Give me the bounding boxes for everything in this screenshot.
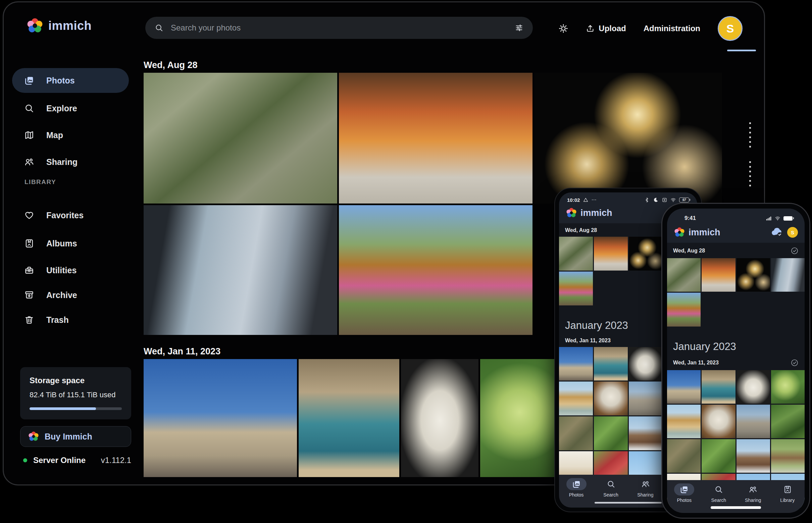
sidebar-item-favorites[interactable]: Favorites — [12, 206, 129, 224]
home-indicator[interactable] — [711, 506, 761, 509]
sidebar-item-archive[interactable]: Archive — [12, 286, 129, 304]
administration-link[interactable]: Administration — [643, 24, 700, 33]
buy-immich-button[interactable]: Buy Immich — [20, 426, 131, 447]
photo-autumn-path[interactable] — [339, 205, 533, 335]
cloud-backup-icon — [726, 465, 733, 471]
people-icon — [636, 478, 656, 490]
nav-tab[interactable]: Search — [595, 478, 627, 498]
nav-tab[interactable]: Photos — [668, 484, 700, 503]
nav-tab[interactable]: Sharing — [629, 478, 662, 498]
wifi-icon — [670, 197, 676, 203]
backup-cloud-check-icon[interactable] — [771, 227, 784, 238]
photos_active-icon — [566, 478, 587, 490]
cloud-backup-icon — [795, 465, 802, 471]
info-icon[interactable] — [111, 158, 120, 166]
thumb-stone-ruin[interactable] — [737, 405, 770, 438]
thumb-stone-ruin[interactable] — [629, 381, 663, 415]
cloud-backup-icon — [726, 396, 733, 402]
thumb-stone-sculpture[interactable] — [594, 381, 628, 415]
cloud-backup-icon — [653, 373, 660, 379]
info-icon[interactable] — [111, 291, 120, 300]
cloud-backup-icon — [618, 408, 626, 414]
thumb-fortress[interactable] — [667, 370, 701, 404]
sidebar-item-map[interactable]: Map — [12, 126, 129, 144]
thumb-zoo-monkeys[interactable] — [667, 258, 701, 292]
thumb-winter-church[interactable] — [629, 416, 663, 450]
phone-screen: 9:41 immich S Wed, Aug 28 — [667, 209, 805, 513]
thumb-fortress[interactable] — [559, 347, 593, 381]
thumb-marble-bust[interactable] — [629, 347, 663, 381]
thumb-lizard-rocks[interactable] — [667, 439, 701, 473]
thumb-coastal-town[interactable] — [702, 370, 735, 404]
storage-progress-bar — [30, 407, 122, 410]
thumb-green-foliage[interactable] — [771, 405, 805, 438]
thumb-lizard-rocks[interactable] — [559, 416, 593, 450]
thumb-beach-cliff[interactable] — [667, 405, 701, 438]
info-icon[interactable] — [111, 211, 120, 220]
nav-tab[interactable]: Photos — [560, 478, 592, 498]
nav-tab[interactable]: Sharing — [737, 484, 769, 503]
iphone-mockup: 9:41 immich S Wed, Aug 28 — [662, 203, 810, 518]
thumb-stone-sculpture[interactable] — [702, 405, 735, 438]
theme-toggle-sun-icon[interactable] — [558, 23, 568, 34]
thumb-dinner-table[interactable] — [594, 237, 628, 271]
sim-alert-icon — [662, 197, 668, 203]
sidebar-item-photos[interactable]: Photos — [12, 68, 129, 93]
search-filter-icon[interactable] — [515, 23, 523, 32]
select-all-check-icon[interactable] — [791, 359, 799, 367]
photo-coastal-town[interactable] — [299, 359, 399, 477]
photo-marble-bust[interactable] — [401, 359, 479, 477]
thumb-fireworks[interactable] — [629, 237, 663, 271]
sidebar-item-albums[interactable]: Albums — [12, 234, 129, 253]
sidebar-item-sharing[interactable]: Sharing — [12, 152, 129, 171]
nav-tab[interactable]: Library — [772, 484, 804, 503]
photo-dinner-table[interactable] — [339, 73, 533, 203]
wifi-icon — [775, 216, 780, 221]
photo-zoo-monkeys[interactable] — [144, 73, 337, 203]
date-group-header: Wed, Jan 11, 2023 — [144, 346, 221, 357]
thumb-green-berries[interactable] — [771, 370, 805, 404]
thumb-dinner-table[interactable] — [702, 258, 735, 292]
status-bar: 10:02 ⋯ 97 — [559, 193, 697, 204]
thumb-autumn-path[interactable] — [559, 272, 593, 305]
sidebar-item-trash[interactable]: Trash — [12, 310, 129, 329]
cloud-backup-icon — [726, 431, 733, 436]
sidebar-item-explore[interactable]: Explore — [12, 99, 129, 118]
thumb-beach-cliff[interactable] — [559, 381, 593, 415]
thumb-holding-hands[interactable] — [771, 258, 805, 292]
photo-row — [144, 73, 722, 203]
photo-holding-hands[interactable] — [144, 205, 337, 335]
sidebar-item-utilities[interactable]: Utilities — [12, 261, 129, 279]
thumb-marble-bust[interactable] — [737, 370, 770, 404]
search-icon — [601, 478, 621, 490]
thumb-fireworks[interactable] — [737, 258, 770, 292]
cloud-backup-icon — [584, 263, 591, 269]
cloud-backup-icon — [584, 443, 591, 449]
thumb-alpine-chalet[interactable] — [771, 439, 805, 473]
info-icon[interactable] — [115, 432, 123, 441]
thumb-zoo-monkeys[interactable] — [559, 237, 593, 271]
dnd-moon-icon — [653, 197, 659, 203]
thumb-lizard-moss[interactable] — [702, 439, 735, 473]
home-indicator[interactable] — [594, 502, 662, 504]
thumb-coastal-town[interactable] — [594, 347, 628, 381]
cloud-backup-icon — [618, 443, 626, 449]
app-logo[interactable]: immich — [26, 17, 92, 35]
thumb-lizard-moss[interactable] — [594, 416, 628, 450]
user-avatar[interactable]: S — [787, 227, 798, 238]
heart-icon — [24, 210, 34, 220]
photo-fortress[interactable] — [144, 359, 297, 477]
photo-fireworks[interactable] — [534, 73, 722, 203]
thumb-autumn-path[interactable] — [667, 293, 701, 326]
search-input[interactable] — [171, 23, 507, 33]
timeline-month-dots — [749, 122, 751, 150]
info-icon[interactable] — [111, 76, 120, 85]
search-bar[interactable] — [145, 17, 533, 39]
info-icon[interactable] — [111, 239, 120, 248]
thumb-winter-church[interactable] — [737, 439, 770, 473]
nav-tab[interactable]: Search — [703, 484, 735, 503]
info-icon[interactable] — [111, 315, 120, 324]
status-time: 10:02 — [567, 197, 580, 203]
select-all-check-icon[interactable] — [791, 247, 799, 255]
upload-button[interactable]: Upload — [586, 24, 626, 33]
